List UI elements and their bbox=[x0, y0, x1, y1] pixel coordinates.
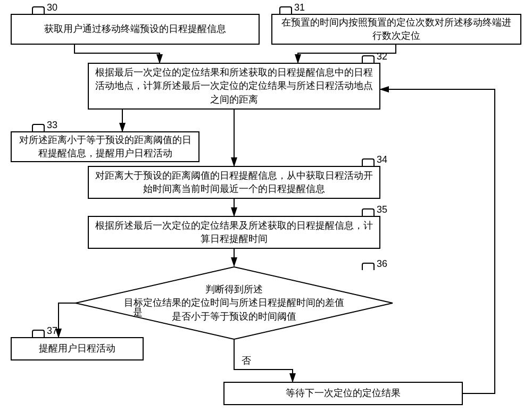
label-34: 34 bbox=[377, 154, 387, 165]
label-31: 31 bbox=[294, 2, 305, 13]
label-33: 33 bbox=[47, 120, 57, 131]
box-wait-text: 等待下一次定位的定位结果 bbox=[286, 387, 401, 400]
label-30: 30 bbox=[47, 2, 57, 13]
diamond-36: 判断得到所述 目标定位结果的定位时间与所述日程提醒时间的差值 是否小于等于预设的… bbox=[74, 266, 394, 340]
box-31-text: 在预置的时间内按照预置的定位次数对所述移动终端进行数次定位 bbox=[278, 16, 515, 43]
box-34: 对距离大于预设的距离阈值的日程提醒信息，从中获取日程活动开始时间离当前时间最近一… bbox=[88, 166, 380, 199]
box-31: 在预置的时间内按照预置的定位次数对所述移动终端进行数次定位 bbox=[271, 14, 521, 45]
box-30: 获取用户通过移动终端预设的日程提醒信息 bbox=[11, 14, 260, 45]
branch-yes: 是 bbox=[133, 306, 143, 318]
flag-37 bbox=[32, 330, 45, 337]
flag-31 bbox=[279, 6, 292, 14]
box-35-text: 根据所述最后一次定位的定位结果及所述获取的日程提醒信息，计算日程提醒时间 bbox=[94, 219, 374, 246]
label-32: 32 bbox=[377, 51, 387, 62]
flag-35 bbox=[362, 208, 375, 216]
flag-30 bbox=[32, 6, 45, 14]
label-37: 37 bbox=[47, 325, 57, 337]
flag-32 bbox=[362, 55, 375, 63]
box-32: 根据最后一次定位的定位结果和所述获取的日程提醒信息中的日程活动地点，计算所述最后… bbox=[88, 63, 380, 110]
flag-34 bbox=[362, 158, 375, 166]
branch-no: 否 bbox=[242, 354, 251, 367]
box-37: 提醒用户日程活动 bbox=[11, 337, 144, 360]
box-30-text: 获取用户通过移动终端预设的日程提醒信息 bbox=[44, 22, 226, 36]
box-32-text: 根据最后一次定位的定位结果和所述获取的日程提醒信息中的日程活动地点，计算所述最后… bbox=[94, 66, 374, 106]
box-35: 根据所述最后一次定位的定位结果及所述获取的日程提醒信息，计算日程提醒时间 bbox=[88, 216, 380, 249]
flag-33 bbox=[32, 124, 45, 131]
diamond-36-text: 判断得到所述 目标定位结果的定位时间与所述日程提醒时间的差值 是否小于等于预设的… bbox=[124, 283, 344, 323]
box-33-text: 对所述距离小于等于预设的距离阈值的日程提醒信息，提醒用户日程活动 bbox=[17, 133, 193, 160]
label-35: 35 bbox=[377, 204, 387, 215]
box-34-text: 对距离大于预设的距离阈值的日程提醒信息，从中获取日程活动开始时间离当前时间最近一… bbox=[94, 169, 374, 196]
box-37-text: 提醒用户日程活动 bbox=[39, 342, 115, 355]
box-wait: 等待下一次定位的定位结果 bbox=[223, 382, 463, 405]
box-33: 对所述距离小于等于预设的距离阈值的日程提醒信息，提醒用户日程活动 bbox=[11, 131, 200, 162]
